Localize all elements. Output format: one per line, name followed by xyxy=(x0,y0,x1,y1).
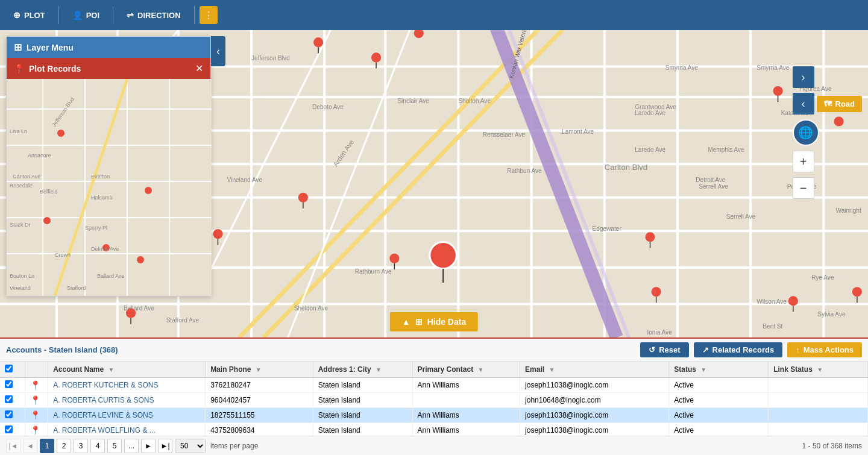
direction-button[interactable]: ⇌ DIRECTION xyxy=(118,7,189,24)
svg-text:Bouton Ln: Bouton Ln xyxy=(10,273,34,279)
related-records-button[interactable]: ↗ Related Records xyxy=(694,342,783,357)
svg-text:Bent St: Bent St xyxy=(763,323,782,330)
th-row-icon xyxy=(25,362,48,378)
svg-text:Rye Ave: Rye Ave xyxy=(811,274,834,281)
svg-text:Wilson Ave: Wilson Ave xyxy=(756,298,787,305)
row-contact: Ann Williams xyxy=(412,408,520,423)
page-prev-button[interactable]: ◄ xyxy=(23,439,37,453)
th-address-city: Address 1: City ▼ xyxy=(313,362,412,378)
zoom-in-button[interactable]: + xyxy=(793,151,814,172)
road-view-button[interactable]: 🗺 Road xyxy=(817,96,863,112)
row-checkbox-0[interactable] xyxy=(5,380,13,388)
svg-text:Rathburn Ave: Rathburn Ave xyxy=(355,268,392,275)
svg-text:Stack Dr: Stack Dr xyxy=(10,222,31,228)
select-all-checkbox[interactable] xyxy=(5,365,13,372)
map-nav-back[interactable]: ‹ xyxy=(793,93,814,115)
row-city: Staten Island xyxy=(313,378,412,393)
filter-phone-icon[interactable]: ▼ xyxy=(256,366,262,373)
svg-text:Holcomb: Holcomb xyxy=(91,195,113,201)
bottom-panel: Accounts - Staten Island (368) ↺ Reset ↗… xyxy=(0,337,868,455)
data-table[interactable]: Account Name ▼ Main Phone ▼ Address 1: C… xyxy=(0,362,868,436)
account-name-link[interactable]: A. ROBERT KUTCHER & SONS xyxy=(53,381,158,389)
svg-text:Serrell Ave: Serrell Ave xyxy=(699,183,728,190)
row-account-name: A. ROBERTA WOELFLING & ... xyxy=(48,423,206,436)
svg-text:Jefferson Blvd: Jefferson Blvd xyxy=(251,55,290,61)
table-header-row: Account Name ▼ Main Phone ▼ Address 1: C… xyxy=(0,362,868,378)
row-checkbox-cell[interactable] xyxy=(0,408,25,423)
page-3-button[interactable]: 3 xyxy=(74,439,88,453)
page-5-button[interactable]: 5 xyxy=(107,439,122,453)
more-button[interactable]: ⋮ xyxy=(200,6,218,24)
row-icon-cell: 📍 xyxy=(25,393,48,408)
page-4-button[interactable]: 4 xyxy=(90,439,105,453)
filter-account-name-icon[interactable]: ▼ xyxy=(108,366,115,373)
zoom-out-button[interactable]: − xyxy=(793,177,814,199)
page-2-button[interactable]: 2 xyxy=(57,439,71,453)
road-label: Road xyxy=(835,99,855,108)
filter-status-icon[interactable]: ▼ xyxy=(700,366,706,373)
row-checkbox-3[interactable] xyxy=(5,425,13,433)
table-row: 📍 A. ROBERTA CURTIS & SONS 9604402457 St… xyxy=(0,393,868,408)
svg-point-101 xyxy=(645,232,655,242)
row-checkbox-2[interactable] xyxy=(5,410,13,418)
direction-icon: ⇌ xyxy=(127,10,134,20)
map-area[interactable]: Arden Ave Korean War Veterans Canton Ave… xyxy=(0,30,868,337)
svg-text:Vineland Ave: Vineland Ave xyxy=(227,177,263,183)
globe-button[interactable]: 🌐 xyxy=(793,119,819,146)
row-checkbox-cell[interactable] xyxy=(0,423,25,436)
row-checkbox-cell[interactable] xyxy=(0,378,25,393)
page-size-select[interactable]: 50 25 100 xyxy=(175,439,206,453)
page-ellipsis-button[interactable]: ... xyxy=(124,439,139,453)
page-first-button[interactable]: |◄ xyxy=(6,439,20,453)
filter-link-icon[interactable]: ▼ xyxy=(817,366,823,373)
related-records-icon: ↗ xyxy=(702,345,709,354)
row-checkbox-cell[interactable] xyxy=(0,393,25,408)
row-phone: 43752809634 xyxy=(206,423,313,436)
row-contact: Ann Williams xyxy=(412,378,520,393)
map-right-controls: › ‹ 🗺 Road 🌐 + − xyxy=(793,66,863,199)
row-phone: 9604402457 xyxy=(206,393,313,408)
mass-actions-icon: ↑ xyxy=(796,345,800,354)
hide-data-label: Hide Data xyxy=(427,317,467,327)
plot-button[interactable]: ⊕ PLOT xyxy=(5,7,54,24)
page-1-button[interactable]: 1 xyxy=(40,439,54,453)
svg-text:Annacore: Annacore xyxy=(28,152,51,158)
svg-text:Delmar Ave: Delmar Ave xyxy=(91,246,119,252)
filter-city-icon[interactable]: ▼ xyxy=(376,366,382,373)
table-icon: ⊞ xyxy=(415,317,423,327)
row-status: Active xyxy=(669,393,769,408)
close-plot-records-button[interactable]: ✕ xyxy=(195,63,203,74)
filter-email-icon[interactable]: ▼ xyxy=(549,366,555,373)
mass-actions-button[interactable]: ↑ Mass Actions xyxy=(787,342,862,357)
page-next-button[interactable]: ► xyxy=(141,439,156,453)
accounts-link[interactable]: Accounts - Staten Island (368) xyxy=(6,345,118,354)
svg-point-103 xyxy=(652,287,661,297)
table-row: 📍 A. ROBERT KUTCHER & SONS 3762180247 St… xyxy=(0,378,868,393)
svg-text:Ionia Ave: Ionia Ave xyxy=(647,329,672,336)
collapse-right-button[interactable]: › xyxy=(793,66,814,88)
account-name-link[interactable]: A. ROBERTA LEVINE & SONS xyxy=(53,411,153,419)
svg-text:Deboto Ave: Deboto Ave xyxy=(312,104,344,110)
svg-text:Lisa Ln: Lisa Ln xyxy=(10,128,27,134)
row-email: john10648@inogic.com xyxy=(520,393,669,408)
account-name-link[interactable]: A. ROBERTA CURTIS & SONS xyxy=(53,396,154,404)
svg-text:Canton Ave: Canton Ave xyxy=(13,174,40,180)
hide-data-button[interactable]: ▲ ⊞ Hide Data xyxy=(390,312,478,331)
collapse-panel-button[interactable]: ‹ xyxy=(211,36,225,66)
row-status: Active xyxy=(669,378,769,393)
top-toolbar: ⊕ PLOT 👤 POI ⇌ DIRECTION ⋮ xyxy=(0,0,868,30)
account-name-link[interactable]: A. ROBERTA WOELFLING & ... xyxy=(53,426,156,435)
filter-contact-icon[interactable]: ▼ xyxy=(478,366,484,373)
svg-text:Carlton Blvd: Carlton Blvd xyxy=(605,163,647,172)
svg-point-91 xyxy=(298,193,308,202)
svg-text:Stafford: Stafford xyxy=(67,285,86,291)
svg-point-125 xyxy=(137,256,144,263)
poi-button[interactable]: 👤 POI xyxy=(64,7,108,24)
reset-button[interactable]: ↺ Reset xyxy=(640,342,688,357)
svg-text:Smyrna Ave: Smyrna Ave xyxy=(756,64,790,71)
page-last-button[interactable]: ►| xyxy=(158,439,172,453)
row-link-status xyxy=(769,423,868,436)
svg-text:Rensselaer Ave: Rensselaer Ave xyxy=(483,131,526,138)
table-row: 📍 A. ROBERTA WOELFLING & ... 43752809634… xyxy=(0,423,868,436)
row-checkbox-1[interactable] xyxy=(5,395,13,403)
